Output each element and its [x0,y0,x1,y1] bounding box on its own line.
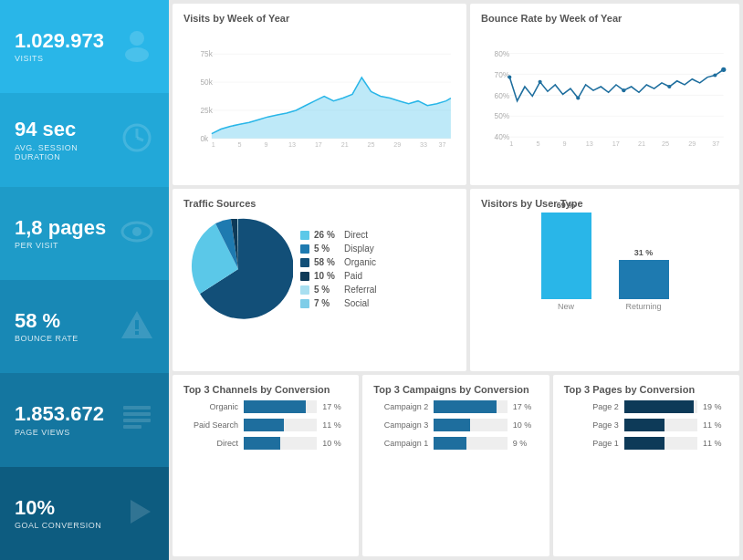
pie-svg [183,214,293,324]
channels-card: Top 3 Channels by Conversion Organic 17 … [173,375,359,556]
campaign-pct-3: 10 % [513,420,539,430]
campaign-label-2: Campaign 2 [373,402,428,411]
campaign-fill-3 [434,419,470,431]
channel-track-organic [244,400,317,413]
list-icon [120,400,154,439]
svg-text:13: 13 [586,140,593,148]
bounce-rate-value: 58 % [15,310,78,332]
channel-track-paid [244,419,317,431]
legend-label-social: Social [344,298,369,308]
page-label-3: Page 3 [564,420,619,430]
campaign-pct-1: 9 % [513,439,539,448]
channels-title: Top 3 Channels by Conversion [183,384,348,395]
bar-label-new: New [558,302,574,311]
svg-text:17: 17 [315,140,322,149]
campaign-track-1 [434,437,507,450]
svg-point-0 [130,31,144,46]
svg-text:21: 21 [341,140,349,149]
bar-group-returning: 31 % Returning [619,248,669,311]
legend-pct-display: 5 % [314,244,340,254]
page-label-1: Page 1 [564,439,619,448]
svg-point-6 [132,227,141,236]
page-bar-2: Page 2 19 % [564,400,728,413]
channel-label-paid: Paid Search [183,420,238,430]
legend-pct-organic: 58 % [314,257,340,267]
svg-point-43 [667,85,671,88]
pages-bars: Page 2 19 % Page 3 11 % Pa [564,400,728,450]
page-fill-2 [624,400,694,413]
sidebar-bounce-rate: 58 % BOUNCE RATE [0,280,169,373]
y-label-75k: 75k [200,50,213,58]
channel-fill-organic [244,400,306,413]
bounce-line-chart: 80% 70% 60% 50% 40% [481,29,728,172]
person-icon [120,27,154,66]
bounce-rate-label: BOUNCE RATE [15,334,78,343]
bottom-row: Top 3 Channels by Conversion Organic 17 … [173,375,739,556]
channel-bar-direct: Direct 10 % [183,437,348,450]
svg-marker-14 [131,500,151,524]
channel-label-organic: Organic [183,402,238,411]
page-track-2 [624,400,697,413]
svg-text:13: 13 [288,140,296,149]
visits-chart-title: Visits by Week of Year [183,13,455,24]
campaign-bar-2: Campaign 2 17 % [373,400,538,413]
legend-display: 5 % Display [300,244,455,254]
svg-text:17: 17 [612,140,620,148]
svg-text:21: 21 [638,140,645,148]
page-track-1 [624,437,697,450]
campaign-label-1: Campaign 1 [373,439,428,448]
svg-point-45 [721,67,726,72]
sidebar-pages-per-visit: 1,8 pages PER VISIT [0,187,169,280]
goal-conversion-label: GOAL CONVERSION [15,521,101,530]
legend-pct-social: 7 % [314,298,340,308]
visits-value: 1.029.973 [15,30,104,52]
bar-group-new: 69 % New [541,201,591,311]
campaign-fill-1 [434,437,466,450]
svg-text:80%: 80% [495,49,510,58]
y-label-50k: 50k [200,78,213,87]
visits-line-chart: 75k 50k 25k 0k 1 [183,29,455,172]
campaign-fill-2 [434,400,496,413]
y-label-0k: 0k [200,135,209,143]
channel-track-direct [244,437,317,450]
bar-returning [619,260,669,299]
legend-referral: 5 % Referral [300,285,455,295]
bar-label-returning-pct: 31 % [634,248,654,257]
svg-text:40%: 40% [495,132,510,141]
page-fill-1 [624,437,665,450]
legend-label-referral: Referral [344,285,377,295]
legend-label-organic: Organic [344,257,376,267]
pages-title: Top 3 Pages by Conversion [564,384,728,395]
svg-point-1 [125,47,149,62]
svg-text:25: 25 [367,140,374,149]
pie-chart [183,214,293,324]
svg-point-41 [576,96,580,99]
legend-direct: 26 % Direct [300,230,455,240]
visitors-type-title: Visitors by User Type [481,198,728,209]
legend-paid: 10 % Paid [300,271,455,281]
page-bar-1: Page 1 11 % [564,437,728,450]
bounce-chart-title: Bounce Rate by Week of Year [481,13,728,24]
svg-rect-10 [123,406,151,410]
traffic-sources-content: 26 % Direct 5 % Display 58 % Organic [183,214,455,324]
visits-chart-container: 75k 50k 25k 0k 1 [183,29,455,172]
campaign-track-2 [434,400,507,413]
legend-dot-paid [300,272,309,281]
svg-point-40 [539,80,542,84]
bar-label-returning: Returning [626,302,662,311]
channel-fill-paid [244,419,284,431]
page-pct-3: 11 % [703,420,728,430]
legend-pct-referral: 5 % [314,285,340,295]
svg-text:29: 29 [688,140,696,148]
page-bar-3: Page 3 11 % [564,419,728,431]
sidebar-page-views: 1.853.672 PAGE VIEWS [0,373,169,466]
legend-label-paid: Paid [344,271,362,281]
sidebar: 1.029.973 VISITS 94 sec AVG. SESSIONDURA… [0,0,169,560]
svg-text:1: 1 [509,140,513,148]
page-views-label: PAGE VIEWS [15,428,104,437]
y-label-25k: 25k [200,107,213,115]
legend-label-direct: Direct [344,230,368,240]
svg-line-4 [137,138,143,140]
page-pct-2: 19 % [703,402,728,411]
page-pct-1: 11 % [703,439,728,448]
